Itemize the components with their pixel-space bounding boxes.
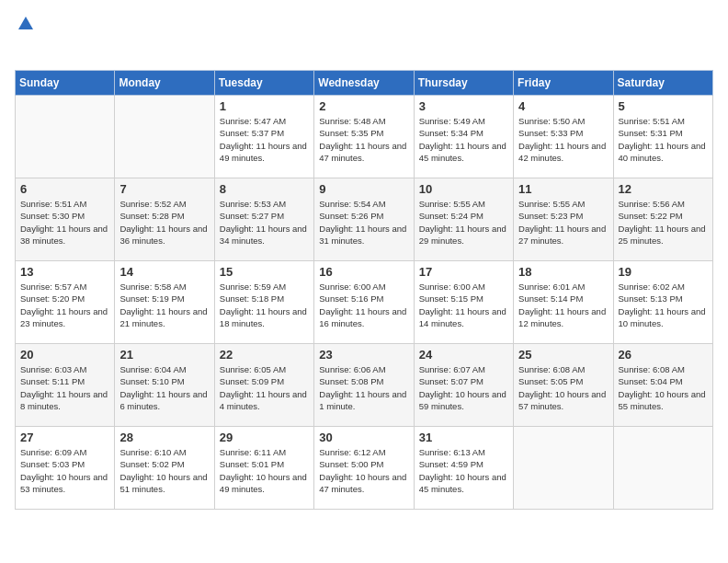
calendar-cell: 23Sunrise: 6:06 AM Sunset: 5:08 PM Dayli… bbox=[314, 344, 414, 427]
cell-content: Sunrise: 5:51 AM Sunset: 5:31 PM Dayligh… bbox=[619, 115, 708, 164]
svg-marker-0 bbox=[18, 17, 33, 29]
calendar-cell: 29Sunrise: 6:11 AM Sunset: 5:01 PM Dayli… bbox=[214, 427, 313, 510]
cell-content: Sunrise: 5:47 AM Sunset: 5:37 PM Dayligh… bbox=[220, 115, 309, 164]
calendar-cell: 22Sunrise: 6:05 AM Sunset: 5:09 PM Dayli… bbox=[214, 344, 313, 427]
cell-content: Sunrise: 6:13 AM Sunset: 4:59 PM Dayligh… bbox=[419, 446, 508, 495]
calendar-cell bbox=[16, 96, 115, 178]
calendar-cell: 11Sunrise: 5:55 AM Sunset: 5:23 PM Dayli… bbox=[514, 178, 613, 261]
calendar-cell: 6Sunrise: 5:51 AM Sunset: 5:30 PM Daylig… bbox=[16, 178, 115, 261]
calendar-cell: 9Sunrise: 5:54 AM Sunset: 5:26 PM Daylig… bbox=[314, 178, 414, 261]
day-number: 14 bbox=[119, 265, 209, 279]
cell-content: Sunrise: 6:03 AM Sunset: 5:11 PM Dayligh… bbox=[20, 363, 109, 412]
week-row-2: 13Sunrise: 5:57 AM Sunset: 5:20 PM Dayli… bbox=[16, 261, 713, 344]
cell-content: Sunrise: 5:54 AM Sunset: 5:26 PM Dayligh… bbox=[319, 198, 408, 247]
cell-content: Sunrise: 6:09 AM Sunset: 5:03 PM Dayligh… bbox=[20, 446, 109, 495]
cell-content: Sunrise: 6:02 AM Sunset: 5:13 PM Dayligh… bbox=[619, 281, 708, 329]
logo bbox=[15, 15, 35, 59]
week-row-0: 1Sunrise: 5:47 AM Sunset: 5:37 PM Daylig… bbox=[16, 96, 713, 178]
cell-content: Sunrise: 5:48 AM Sunset: 5:35 PM Dayligh… bbox=[319, 115, 408, 164]
cell-content: Sunrise: 6:10 AM Sunset: 5:02 PM Dayligh… bbox=[119, 446, 209, 495]
day-number: 3 bbox=[419, 99, 508, 113]
cell-content: Sunrise: 5:55 AM Sunset: 5:23 PM Dayligh… bbox=[518, 198, 608, 247]
day-number: 6 bbox=[20, 182, 109, 196]
day-header-wednesday: Wednesday bbox=[314, 71, 414, 96]
calendar-cell: 19Sunrise: 6:02 AM Sunset: 5:13 PM Dayli… bbox=[613, 261, 712, 344]
cell-content: Sunrise: 5:49 AM Sunset: 5:34 PM Dayligh… bbox=[419, 115, 508, 164]
day-number: 31 bbox=[419, 431, 508, 444]
calendar-cell: 4Sunrise: 5:50 AM Sunset: 5:33 PM Daylig… bbox=[514, 96, 613, 178]
calendar-cell: 7Sunrise: 5:52 AM Sunset: 5:28 PM Daylig… bbox=[115, 178, 214, 261]
calendar-cell: 24Sunrise: 6:07 AM Sunset: 5:07 PM Dayli… bbox=[414, 344, 513, 427]
day-number: 24 bbox=[419, 348, 508, 362]
day-number: 2 bbox=[319, 99, 408, 113]
day-number: 25 bbox=[518, 348, 608, 362]
day-number: 8 bbox=[220, 182, 309, 196]
day-number: 27 bbox=[20, 431, 109, 444]
calendar-cell bbox=[115, 96, 214, 178]
cell-content: Sunrise: 6:00 AM Sunset: 5:16 PM Dayligh… bbox=[319, 281, 408, 329]
calendar-cell: 12Sunrise: 5:56 AM Sunset: 5:22 PM Dayli… bbox=[613, 178, 712, 261]
day-number: 26 bbox=[619, 348, 708, 362]
calendar-cell: 20Sunrise: 6:03 AM Sunset: 5:11 PM Dayli… bbox=[16, 344, 115, 427]
day-number: 5 bbox=[619, 99, 708, 113]
cell-content: Sunrise: 6:12 AM Sunset: 5:00 PM Dayligh… bbox=[319, 446, 408, 495]
cell-content: Sunrise: 6:00 AM Sunset: 5:15 PM Dayligh… bbox=[419, 281, 508, 329]
day-number: 13 bbox=[20, 265, 109, 279]
day-header-sunday: Sunday bbox=[16, 71, 115, 96]
calendar-cell: 17Sunrise: 6:00 AM Sunset: 5:15 PM Dayli… bbox=[414, 261, 513, 344]
day-number: 10 bbox=[419, 182, 508, 196]
day-number: 21 bbox=[119, 348, 209, 362]
week-row-4: 27Sunrise: 6:09 AM Sunset: 5:03 PM Dayli… bbox=[16, 427, 713, 510]
cell-content: Sunrise: 5:55 AM Sunset: 5:24 PM Dayligh… bbox=[419, 198, 508, 247]
calendar-cell: 14Sunrise: 5:58 AM Sunset: 5:19 PM Dayli… bbox=[115, 261, 214, 344]
day-number: 4 bbox=[518, 99, 608, 113]
day-header-friday: Friday bbox=[514, 71, 613, 96]
cell-content: Sunrise: 6:01 AM Sunset: 5:14 PM Dayligh… bbox=[518, 281, 608, 329]
day-header-saturday: Saturday bbox=[613, 71, 712, 96]
day-number: 1 bbox=[220, 99, 309, 113]
day-number: 22 bbox=[220, 348, 309, 362]
cell-content: Sunrise: 6:04 AM Sunset: 5:10 PM Dayligh… bbox=[119, 363, 209, 412]
day-header-tuesday: Tuesday bbox=[214, 71, 313, 96]
cell-content: Sunrise: 5:53 AM Sunset: 5:27 PM Dayligh… bbox=[220, 198, 309, 247]
calendar-cell: 16Sunrise: 6:00 AM Sunset: 5:16 PM Dayli… bbox=[314, 261, 414, 344]
cell-content: Sunrise: 6:08 AM Sunset: 5:05 PM Dayligh… bbox=[518, 363, 608, 412]
cell-content: Sunrise: 5:58 AM Sunset: 5:19 PM Dayligh… bbox=[119, 281, 209, 329]
day-number: 19 bbox=[619, 265, 708, 279]
cell-content: Sunrise: 6:08 AM Sunset: 5:04 PM Dayligh… bbox=[619, 363, 708, 412]
calendar-table: SundayMondayTuesdayWednesdayThursdayFrid… bbox=[15, 70, 713, 510]
calendar-cell: 15Sunrise: 5:59 AM Sunset: 5:18 PM Dayli… bbox=[214, 261, 313, 344]
day-header-thursday: Thursday bbox=[414, 71, 513, 96]
day-number: 23 bbox=[319, 348, 408, 362]
calendar-cell: 28Sunrise: 6:10 AM Sunset: 5:02 PM Dayli… bbox=[115, 427, 214, 510]
cell-content: Sunrise: 5:56 AM Sunset: 5:22 PM Dayligh… bbox=[619, 198, 708, 247]
cell-content: Sunrise: 5:50 AM Sunset: 5:33 PM Dayligh… bbox=[518, 115, 608, 164]
day-number: 30 bbox=[319, 431, 408, 444]
cell-content: Sunrise: 6:06 AM Sunset: 5:08 PM Dayligh… bbox=[319, 363, 408, 412]
day-number: 11 bbox=[518, 182, 608, 196]
calendar-cell: 2Sunrise: 5:48 AM Sunset: 5:35 PM Daylig… bbox=[314, 96, 414, 178]
logo-icon bbox=[17, 15, 35, 33]
calendar-cell: 27Sunrise: 6:09 AM Sunset: 5:03 PM Dayli… bbox=[16, 427, 115, 510]
cell-content: Sunrise: 6:05 AM Sunset: 5:09 PM Dayligh… bbox=[220, 363, 309, 412]
calendar-cell: 10Sunrise: 5:55 AM Sunset: 5:24 PM Dayli… bbox=[414, 178, 513, 261]
day-number: 12 bbox=[619, 182, 708, 196]
day-number: 17 bbox=[419, 265, 508, 279]
calendar-cell: 21Sunrise: 6:04 AM Sunset: 5:10 PM Dayli… bbox=[115, 344, 214, 427]
cell-content: Sunrise: 6:07 AM Sunset: 5:07 PM Dayligh… bbox=[419, 363, 508, 412]
day-number: 28 bbox=[119, 431, 209, 444]
calendar-cell: 8Sunrise: 5:53 AM Sunset: 5:27 PM Daylig… bbox=[214, 178, 313, 261]
cell-content: Sunrise: 5:57 AM Sunset: 5:20 PM Dayligh… bbox=[20, 281, 109, 329]
day-number: 29 bbox=[220, 431, 309, 444]
calendar-cell: 31Sunrise: 6:13 AM Sunset: 4:59 PM Dayli… bbox=[414, 427, 513, 510]
day-number: 18 bbox=[518, 265, 608, 279]
day-number: 15 bbox=[220, 265, 309, 279]
calendar-cell: 30Sunrise: 6:12 AM Sunset: 5:00 PM Dayli… bbox=[314, 427, 414, 510]
day-number: 16 bbox=[319, 265, 408, 279]
cell-content: Sunrise: 5:51 AM Sunset: 5:30 PM Dayligh… bbox=[20, 198, 109, 247]
calendar-body: 1Sunrise: 5:47 AM Sunset: 5:37 PM Daylig… bbox=[16, 96, 713, 510]
header bbox=[15, 15, 713, 59]
day-number: 7 bbox=[119, 182, 209, 196]
calendar-cell: 18Sunrise: 6:01 AM Sunset: 5:14 PM Dayli… bbox=[514, 261, 613, 344]
cell-content: Sunrise: 5:52 AM Sunset: 5:28 PM Dayligh… bbox=[119, 198, 209, 247]
